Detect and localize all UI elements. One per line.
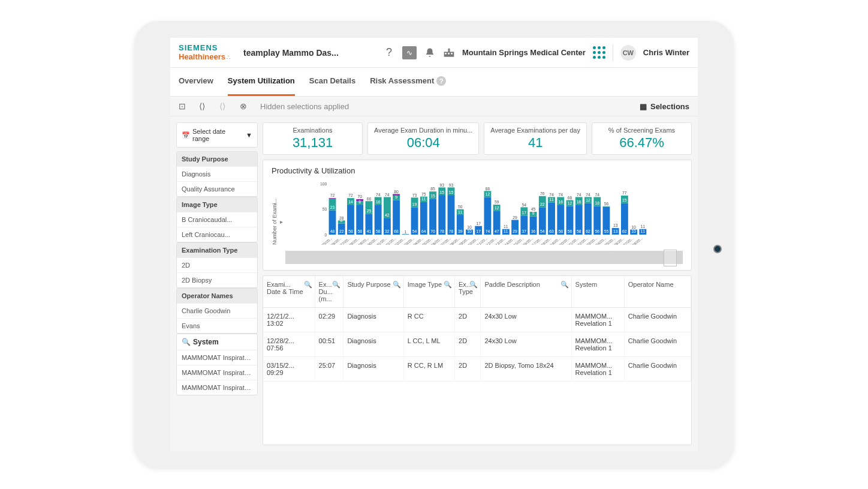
activity-icon[interactable]: ∿ bbox=[402, 46, 417, 59]
search-icon[interactable]: 🔍 bbox=[393, 281, 401, 289]
svg-text:62: 62 bbox=[622, 229, 627, 233]
svg-rect-2 bbox=[448, 53, 450, 55]
table-cell: 12/28/2...07:56 bbox=[263, 332, 315, 357]
table-header[interactable]: Ex...Du...(m...🔍 bbox=[315, 276, 343, 308]
table-header[interactable]: Ex...Type🔍 bbox=[455, 276, 481, 308]
svg-text:15: 15 bbox=[622, 198, 627, 202]
search-icon[interactable]: 🔍 bbox=[444, 281, 452, 289]
table-cell: MAMMOM...Revelation 1 bbox=[571, 308, 624, 332]
table-cell: R CC, R LM bbox=[403, 357, 454, 382]
filter-item[interactable]: MAMMOMAT Inspiratio... bbox=[177, 350, 257, 365]
selections-button[interactable]: ▦ Selections bbox=[640, 102, 689, 111]
kpi-label: % of Screening Exams bbox=[598, 127, 685, 134]
svg-text:17: 17 bbox=[476, 229, 481, 233]
kpi-card[interactable]: Average Examinations per day41 bbox=[484, 122, 587, 155]
search-icon[interactable]: 🔍 bbox=[560, 281, 569, 289]
filter-item[interactable]: B Craniocaudal... bbox=[177, 212, 257, 227]
table-row[interactable]: 12/28/2...07:5600:51DiagnosisL CC, L ML2… bbox=[263, 332, 691, 357]
filter-item[interactable]: Left Craniocau... bbox=[177, 227, 257, 242]
user-name[interactable]: Chris Winter bbox=[643, 48, 689, 57]
tab-risk-assessment[interactable]: Risk Assessment? bbox=[370, 68, 446, 96]
table-cell: 12/21/2...13:02 bbox=[263, 308, 315, 332]
filter-item[interactable]: MAMMOMAT Inspiratio... bbox=[177, 365, 257, 380]
table-header[interactable]: Exami...Date & Time🔍 bbox=[263, 276, 315, 308]
table-cell: 03/15/2...09:29 bbox=[263, 357, 315, 382]
search-icon[interactable]: 🔍 bbox=[332, 281, 340, 289]
svg-text:78: 78 bbox=[440, 229, 445, 233]
bell-icon[interactable] bbox=[424, 47, 436, 59]
help-icon[interactable]: ? bbox=[383, 47, 395, 59]
svg-text:74: 74 bbox=[577, 193, 581, 197]
table-header[interactable]: Study Purpose🔍 bbox=[343, 276, 403, 308]
filter-item[interactable]: Charlie Goodwin bbox=[177, 303, 257, 318]
filter-group: Image TypeB Craniocaudal...Left Cranioca… bbox=[176, 197, 258, 242]
help-badge-icon[interactable]: ? bbox=[436, 76, 446, 86]
kpi-card[interactable]: % of Screening Exams66.47% bbox=[592, 122, 692, 155]
tab-overview[interactable]: Overview bbox=[179, 68, 213, 96]
table-cell: 2D bbox=[455, 332, 481, 357]
table-header[interactable]: System bbox=[571, 276, 624, 308]
table-cell: 2D bbox=[455, 357, 481, 382]
kpi-row: Examinations31,131Average Exam Duration … bbox=[263, 122, 692, 155]
filter-item[interactable]: Quality Assurance bbox=[177, 181, 257, 196]
svg-text:56: 56 bbox=[568, 229, 572, 233]
table-header[interactable]: Paddle Description🔍 bbox=[481, 276, 571, 308]
selection-tool-icon[interactable]: ⊡ bbox=[179, 101, 191, 111]
tab-scan-details[interactable]: Scan Details bbox=[309, 68, 355, 96]
svg-text:63: 63 bbox=[549, 229, 554, 233]
svg-text:11: 11 bbox=[504, 229, 508, 233]
svg-text:75: 75 bbox=[421, 192, 426, 196]
apps-grid-icon[interactable] bbox=[593, 46, 605, 59]
step-forward-icon[interactable]: ⟨⟩ bbox=[219, 101, 231, 111]
svg-text:18: 18 bbox=[595, 201, 599, 205]
svg-text:15: 15 bbox=[449, 190, 454, 194]
svg-text:58: 58 bbox=[559, 229, 563, 233]
table-row[interactable]: 03/15/2...09:2925:07DiagnosisR CC, R LM2… bbox=[263, 357, 691, 382]
table-cell: Diagnosis bbox=[343, 357, 403, 382]
expand-chart-icon[interactable]: ▸ bbox=[280, 218, 283, 225]
svg-text:39: 39 bbox=[458, 229, 463, 233]
filter-item[interactable]: 2D Biopsy bbox=[177, 272, 257, 287]
avatar[interactable]: CW bbox=[620, 45, 636, 61]
svg-text:12: 12 bbox=[568, 201, 572, 205]
svg-text:78: 78 bbox=[449, 229, 454, 233]
chart-minimap[interactable] bbox=[285, 251, 683, 264]
table-header[interactable]: Image Type🔍 bbox=[403, 276, 454, 308]
search-icon[interactable]: 🔍 bbox=[469, 281, 478, 289]
productivity-chart[interactable]: 05010048237203/25/20...2262803/26/20...5… bbox=[285, 179, 683, 245]
facility-icon[interactable] bbox=[443, 47, 455, 59]
table-cell: R CC bbox=[403, 308, 454, 332]
kpi-card[interactable]: Examinations31,131 bbox=[263, 122, 363, 155]
table-row[interactable]: 12/21/2...13:0202:29DiagnosisR CC2D24x30… bbox=[263, 308, 691, 332]
step-back-icon[interactable]: ⟨⟩ bbox=[199, 101, 211, 111]
siemens-logo: SIEMENS Healthineers∴ bbox=[179, 44, 230, 61]
svg-text:12: 12 bbox=[586, 198, 590, 202]
svg-text:50: 50 bbox=[323, 207, 327, 211]
tab-system-utilization[interactable]: System Utilization bbox=[228, 68, 295, 96]
filter-item[interactable]: Diagnosis bbox=[177, 166, 257, 181]
svg-text:19: 19 bbox=[412, 202, 417, 206]
svg-text:15: 15 bbox=[440, 190, 445, 194]
filter-search[interactable]: 🔍System bbox=[177, 334, 257, 350]
svg-rect-10 bbox=[329, 198, 336, 199]
filter-item[interactable]: MAMMOMAT Inspiratio... bbox=[177, 380, 257, 395]
table-cell: 24x30 Low bbox=[481, 308, 571, 332]
filter-item[interactable]: Evans bbox=[177, 318, 257, 333]
clear-selection-icon[interactable]: ⊗ bbox=[240, 101, 252, 111]
table-header[interactable]: Operator Name bbox=[624, 276, 691, 308]
svg-text:74: 74 bbox=[595, 193, 599, 197]
location-name[interactable]: Mountain Springs Medical Center bbox=[462, 48, 586, 57]
svg-point-4 bbox=[448, 48, 450, 50]
svg-text:12: 12 bbox=[486, 192, 490, 196]
search-icon[interactable]: 🔍 bbox=[304, 281, 312, 289]
svg-text:93: 93 bbox=[449, 183, 454, 187]
svg-text:29: 29 bbox=[513, 229, 517, 233]
svg-text:9: 9 bbox=[532, 211, 535, 215]
date-range-picker[interactable]: 📅 Select date range ▼ bbox=[176, 122, 258, 148]
kpi-card[interactable]: Average Exam Duration in minu...06:04 bbox=[367, 122, 479, 155]
filter-item[interactable]: 2D bbox=[177, 257, 257, 272]
selection-toolbar: ⊡ ⟨⟩ ⟨⟩ ⊗ Hidden selections applied ▦ Se… bbox=[170, 97, 698, 116]
svg-text:16: 16 bbox=[376, 200, 381, 204]
filter-header: Image Type bbox=[177, 197, 257, 212]
svg-text:32: 32 bbox=[385, 229, 390, 233]
